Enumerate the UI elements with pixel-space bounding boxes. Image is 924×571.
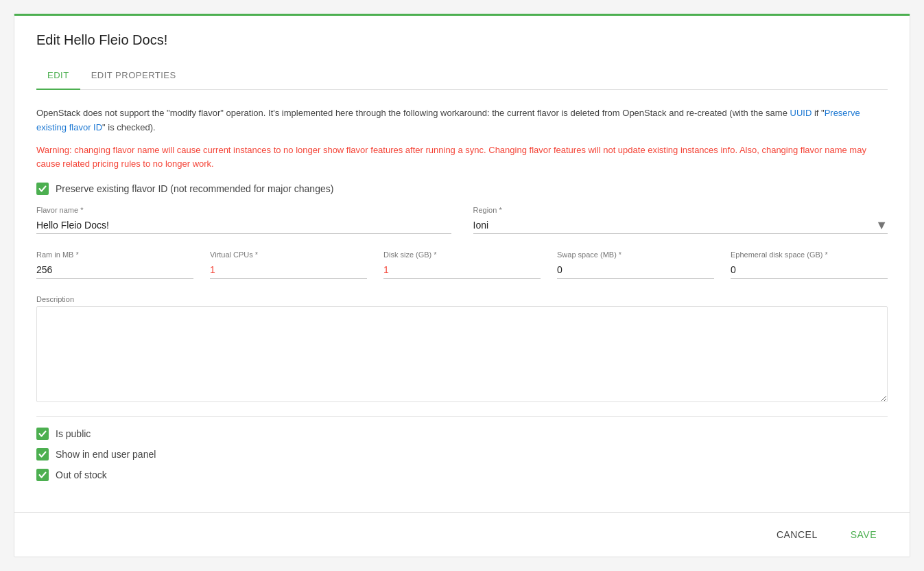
show-in-panel-checkbox[interactable] — [36, 448, 49, 461]
ephemeral-field: Ephemeral disk space (GB) * — [731, 250, 888, 279]
out-of-stock-checkbox-wrapper[interactable]: Out of stock — [36, 469, 107, 481]
cancel-button[interactable]: CANCEL — [766, 524, 829, 546]
disk-input[interactable] — [383, 261, 541, 279]
ram-label: Ram in MB * — [36, 250, 193, 259]
ephemeral-label: Ephemeral disk space (GB) * — [731, 250, 888, 259]
preserve-checkbox-wrapper[interactable]: Preserve existing flavor ID (not recomme… — [36, 183, 333, 195]
preserve-checkbox-row: Preserve existing flavor ID (not recomme… — [36, 183, 888, 195]
specs-row: Ram in MB * Virtual CPUs * Disk size (GB… — [36, 250, 888, 279]
ram-field: Ram in MB * — [36, 250, 210, 279]
swap-label: Swap space (MB) * — [557, 250, 714, 259]
show-in-panel-checkbox-wrapper[interactable]: Show in end user panel — [36, 448, 156, 461]
warning-text: Warning: changing flavor name will cause… — [36, 143, 888, 172]
disk-label: Disk size (GB) * — [383, 250, 541, 259]
flavor-region-row: Flavor name * Region * Ioni ▼ — [36, 206, 888, 234]
description-label: Description — [36, 295, 888, 303]
checkboxes-section: Is public Show in end user panel — [36, 428, 888, 481]
show-in-panel-label: Show in end user panel — [56, 449, 156, 460]
preserve-link[interactable]: Preserve existing flavor ID — [36, 108, 860, 132]
region-select-wrapper: Ioni ▼ — [473, 217, 888, 234]
vcpus-label: Virtual CPUs * — [210, 250, 367, 259]
vcpus-input[interactable] — [210, 261, 367, 279]
info-text: OpenStack does not support the "modify f… — [36, 106, 888, 135]
preserve-checkbox[interactable] — [36, 183, 49, 195]
disk-field: Disk size (GB) * — [383, 250, 557, 279]
dialog-content: OpenStack does not support the "modify f… — [14, 90, 910, 512]
description-group: Description — [36, 295, 888, 402]
dialog-title: Edit Hello Fleio Docs! — [36, 32, 888, 48]
swap-input[interactable] — [557, 261, 714, 279]
ram-input[interactable] — [36, 261, 193, 279]
flavor-name-label: Flavor name * — [36, 206, 451, 214]
save-button[interactable]: SAVE — [840, 524, 888, 546]
out-of-stock-label: Out of stock — [56, 469, 107, 480]
region-select[interactable]: Ioni — [473, 217, 876, 233]
description-textarea[interactable] — [36, 306, 888, 402]
out-of-stock-item: Out of stock — [36, 469, 888, 481]
divider — [36, 416, 888, 417]
tab-edit[interactable]: EDIT — [36, 62, 80, 90]
tab-edit-properties[interactable]: EDIT PROPERTIES — [80, 62, 187, 90]
swap-field: Swap space (MB) * — [557, 250, 731, 279]
preserve-checkbox-label: Preserve existing flavor ID (not recomme… — [56, 183, 333, 194]
flavor-name-group: Flavor name * — [36, 206, 451, 234]
ephemeral-input[interactable] — [731, 261, 888, 279]
tabs: EDIT EDIT PROPERTIES — [36, 62, 888, 90]
is-public-checkbox[interactable] — [36, 428, 49, 440]
out-of-stock-checkbox[interactable] — [36, 469, 49, 481]
dialog-header: Edit Hello Fleio Docs! EDIT EDIT PROPERT… — [14, 16, 910, 90]
region-group: Region * Ioni ▼ — [473, 206, 888, 234]
region-label: Region * — [473, 206, 888, 214]
dialog-footer: CANCEL SAVE — [14, 512, 910, 557]
uuid-link[interactable]: UUID — [790, 108, 812, 118]
chevron-down-icon: ▼ — [875, 218, 888, 233]
is-public-item: Is public — [36, 428, 888, 440]
show-in-panel-item: Show in end user panel — [36, 448, 888, 461]
flavor-name-input[interactable] — [36, 217, 451, 234]
is-public-label: Is public — [56, 428, 91, 439]
vcpus-field: Virtual CPUs * — [210, 250, 383, 279]
edit-flavor-dialog: Edit Hello Fleio Docs! EDIT EDIT PROPERT… — [14, 14, 910, 557]
is-public-checkbox-wrapper[interactable]: Is public — [36, 428, 91, 440]
